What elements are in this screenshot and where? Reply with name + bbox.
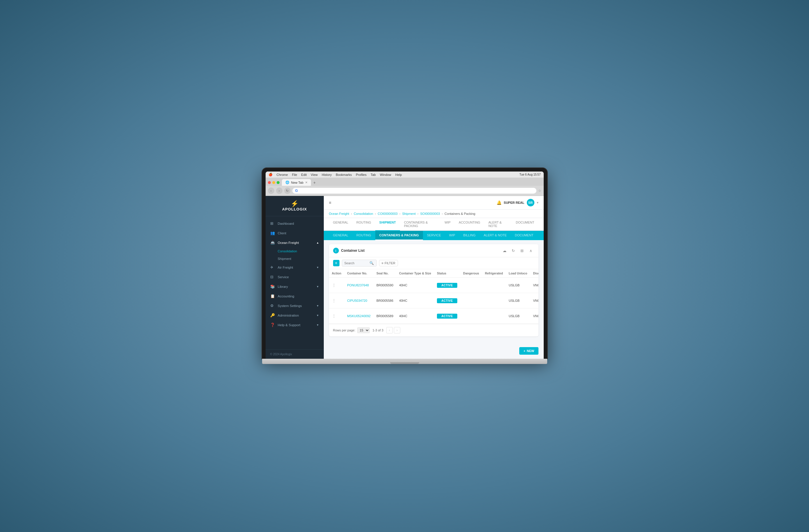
- minimize-button[interactable]: [272, 181, 275, 184]
- chevron-down-icon-2: ▼: [316, 285, 319, 288]
- user-avatar[interactable]: SR: [527, 199, 534, 207]
- cell-action-2[interactable]: ⋮: [329, 308, 344, 324]
- browser-tab[interactable]: 🌐 New Tab ✕: [282, 179, 311, 186]
- settings-icon: ⚙: [270, 303, 275, 308]
- tab2-general[interactable]: GENERAL: [329, 231, 352, 240]
- new-tab-button[interactable]: +: [313, 180, 316, 185]
- sidebar-item-air-freight[interactable]: ✈ Air Freight ▼: [265, 263, 324, 272]
- breadcrumb-sep-3: ›: [399, 212, 400, 215]
- add-container-button[interactable]: +: [333, 260, 340, 266]
- tab2-containers-packing[interactable]: CONTAINERS & PACKING: [375, 231, 423, 240]
- tab1-wip[interactable]: WIP: [441, 218, 455, 231]
- tab1-accounting[interactable]: ACCOUNTING: [455, 218, 484, 231]
- action-menu-icon[interactable]: ⋮: [332, 314, 336, 318]
- sidebar-item-administration[interactable]: 🔑 Administration ▼: [265, 311, 324, 320]
- menu-file[interactable]: File: [292, 173, 297, 176]
- action-menu-icon[interactable]: ⋮: [332, 298, 336, 303]
- menu-view[interactable]: View: [311, 173, 318, 176]
- reload-button[interactable]: ↻: [284, 188, 291, 194]
- tab2-wip[interactable]: WIP: [445, 231, 459, 240]
- hamburger-icon[interactable]: ≡: [329, 200, 331, 205]
- rows-per-page-select[interactable]: 15 25 50: [357, 327, 370, 333]
- new-button-icon: +: [523, 349, 525, 353]
- maximize-button[interactable]: [277, 181, 279, 184]
- prev-page-button[interactable]: ‹: [386, 327, 393, 334]
- col-disc-unloco: Disc. Unloco: [530, 269, 538, 278]
- breadcrumb-ocean-freight[interactable]: Ocean Freight: [329, 212, 349, 215]
- sidebar-item-dashboard[interactable]: ⊞ Dashboard: [265, 219, 324, 228]
- sidebar-subitem-consolidation[interactable]: Consolidation: [265, 247, 324, 255]
- forward-button[interactable]: ›: [276, 188, 282, 194]
- tab1-routing[interactable]: ROUTING: [352, 218, 375, 231]
- back-button[interactable]: ‹: [268, 188, 274, 194]
- user-menu-icon[interactable]: ▾: [537, 200, 538, 205]
- help-icon: ❓: [270, 323, 275, 327]
- tab2-routing[interactable]: ROUTING: [352, 231, 375, 240]
- tab2-billing[interactable]: BILLING: [459, 231, 480, 240]
- upload-icon[interactable]: ☁: [501, 247, 508, 254]
- sidebar-item-client[interactable]: 👥 Client: [265, 228, 324, 238]
- breadcrumb-consolidation[interactable]: Consolidation: [354, 212, 373, 215]
- sidebar-item-library[interactable]: 📚 Library ▼: [265, 282, 324, 291]
- accounting-icon: 📋: [270, 294, 275, 298]
- sidebar-item-accounting[interactable]: 📋 Accounting: [265, 291, 324, 301]
- notification-bell-icon[interactable]: 🔔: [497, 200, 501, 205]
- search-input[interactable]: [344, 261, 368, 265]
- menu-tab[interactable]: Tab: [371, 173, 376, 176]
- grid-icon[interactable]: ⊞: [519, 247, 526, 254]
- sidebar-item-ocean-freight[interactable]: 🚢 Ocean Freight ▲: [265, 238, 324, 247]
- breadcrumb-coi[interactable]: COI00000003: [378, 212, 398, 215]
- new-button-label: NEW: [527, 349, 534, 353]
- cell-action-1[interactable]: ⋮: [329, 293, 344, 308]
- breadcrumb-soi[interactable]: SOI00000003: [420, 212, 440, 215]
- chevron-down-icon-4: ▼: [316, 314, 319, 317]
- menu-profiles[interactable]: Profiles: [356, 173, 366, 176]
- sidebar-item-service[interactable]: ⊟ Service: [265, 272, 324, 282]
- tab1-document[interactable]: DOCUMENT: [512, 218, 538, 231]
- filter-button[interactable]: ≡ FILTER: [379, 260, 398, 266]
- container-link-1[interactable]: CIPU5034720: [347, 299, 367, 302]
- menu-chrome[interactable]: Chrome: [277, 173, 288, 176]
- next-page-button[interactable]: ›: [394, 327, 400, 334]
- sidebar-subitem-shipment[interactable]: Shipment: [265, 255, 324, 263]
- status-badge-1: ACTIVE: [437, 298, 457, 303]
- tab1-containers-packing[interactable]: CONTAINERS & PACKING: [400, 218, 441, 231]
- url-input[interactable]: [299, 189, 534, 192]
- url-bar[interactable]: G: [292, 188, 536, 194]
- tab1-shipment[interactable]: SHIPMENT: [375, 218, 400, 231]
- tab-close-icon[interactable]: ✕: [305, 181, 308, 184]
- action-menu-icon[interactable]: ⋮: [332, 283, 336, 287]
- tab2-document[interactable]: DOCUMENT: [511, 231, 538, 240]
- new-button[interactable]: + NEW: [519, 347, 538, 355]
- sidebar-item-help[interactable]: ❓ Help & Support ▼: [265, 320, 324, 330]
- air-freight-icon: ✈: [270, 265, 275, 269]
- refresh-icon[interactable]: ↻: [510, 247, 517, 254]
- pagination-bar: Rows per page: 15 25 50 1-3 of 3 ‹: [329, 324, 538, 336]
- sidebar-footer: © 2024 Apollogix: [265, 350, 324, 359]
- close-button[interactable]: [268, 181, 271, 184]
- container-link-0[interactable]: PONU8237648: [347, 283, 369, 287]
- tab2-service[interactable]: SERVICE: [423, 231, 445, 240]
- menu-bookmarks[interactable]: Bookmarks: [336, 173, 352, 176]
- search-box[interactable]: 🔍: [342, 260, 377, 267]
- tab1-general[interactable]: GENERAL: [329, 218, 352, 231]
- cell-disc-unloco-0: VNCLI: [530, 278, 538, 293]
- menu-help[interactable]: Help: [395, 173, 402, 176]
- tab1-alert-note[interactable]: ALERT & NOTE: [484, 218, 512, 231]
- consolidation-label: Consolidation: [278, 249, 297, 253]
- menu-history[interactable]: History: [322, 173, 332, 176]
- breadcrumb-shipment[interactable]: Shipment: [402, 212, 415, 215]
- sidebar-item-system-settings[interactable]: ⚙ System Settings ▼: [265, 301, 324, 311]
- tab2-alert-note[interactable]: ALERT & NOTE: [480, 231, 511, 240]
- bookmark-icon[interactable]: ☆: [538, 189, 541, 193]
- menu-window[interactable]: Window: [380, 173, 391, 176]
- menu-edit[interactable]: Edit: [301, 173, 307, 176]
- cell-status-0: ACTIVE: [434, 278, 460, 293]
- container-link-2[interactable]: MSKU05240092: [347, 314, 371, 318]
- collapse-icon[interactable]: ∧: [528, 247, 534, 254]
- service-icon: ⊟: [270, 275, 275, 279]
- cell-action-0[interactable]: ⋮: [329, 278, 344, 293]
- user-area: 🔔 SUPER REAL SR ▾: [497, 199, 538, 207]
- breadcrumb-sep-5: ›: [442, 212, 443, 215]
- rows-per-page-label: Rows per page:: [333, 329, 356, 332]
